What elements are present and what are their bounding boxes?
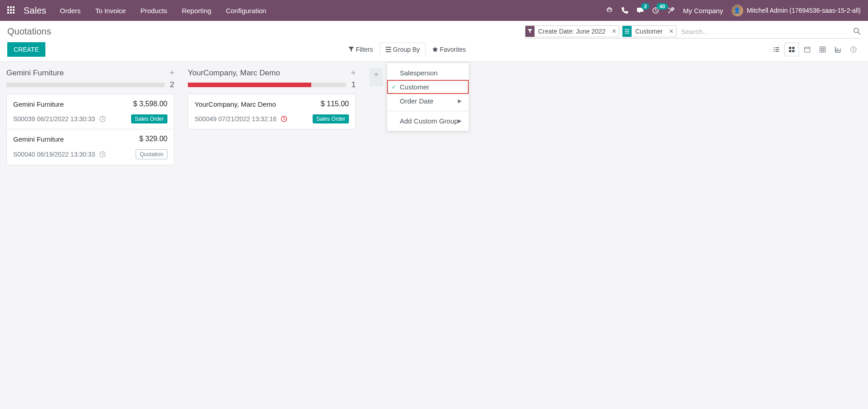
- status-badge: Sales Order: [313, 114, 349, 123]
- kanban-card[interactable]: Gemini Furniture $ 3,598.00 S00039 06/21…: [6, 94, 174, 129]
- groupby-button[interactable]: Group By: [380, 43, 426, 56]
- column-count: 2: [170, 80, 174, 89]
- search-icon[interactable]: [853, 28, 861, 35]
- graph-view-icon[interactable]: [831, 43, 845, 56]
- facet-label: Create Date: June 2022: [535, 26, 609, 36]
- kanban-view-icon[interactable]: [785, 43, 799, 56]
- column-title[interactable]: Gemini Furniture: [6, 69, 169, 78]
- column-progress-bar[interactable]: [6, 83, 165, 87]
- card-amount: $ 329.00: [139, 135, 167, 143]
- nav-products[interactable]: Products: [140, 7, 167, 15]
- create-button[interactable]: CREATE: [7, 42, 45, 57]
- groupby-dropdown: Salesperson ✓ Customer Order Date ▶ Add …: [387, 63, 469, 131]
- facet-label: Customer: [632, 26, 667, 36]
- card-amount: $ 115.00: [321, 100, 349, 108]
- app-brand[interactable]: Sales: [24, 5, 46, 16]
- groupby-icon: [623, 26, 632, 37]
- status-badge: Quotation: [136, 149, 167, 159]
- svg-rect-7: [820, 47, 825, 52]
- search-facet-filter[interactable]: Create Date: June 2022 ×: [525, 25, 619, 37]
- avatar: 👤: [731, 5, 743, 16]
- messages-badge: 2: [641, 3, 649, 10]
- svg-rect-3: [792, 47, 794, 49]
- groupby-salesperson[interactable]: Salesperson: [387, 66, 469, 80]
- nav-orders[interactable]: Orders: [60, 7, 81, 15]
- add-custom-group[interactable]: Add Custom Group ▶: [387, 114, 469, 128]
- divider: [387, 111, 469, 111]
- svg-rect-6: [804, 47, 810, 52]
- nav-reporting[interactable]: Reporting: [182, 7, 211, 15]
- user-menu[interactable]: 👤 Mitchell Admin (17694536-saas-15-2-all…: [731, 5, 861, 16]
- card-reference: S00049 07/21/2022 13:32:16: [195, 115, 277, 123]
- groupby-customer[interactable]: ✓ Customer: [387, 80, 469, 94]
- nav-configuration[interactable]: Configuration: [226, 7, 266, 15]
- tools-icon[interactable]: [667, 7, 675, 14]
- column-add-icon[interactable]: +: [169, 68, 174, 78]
- clock-icon[interactable]: [280, 115, 288, 123]
- activity-view-icon[interactable]: [846, 43, 861, 56]
- caret-right-icon: ▶: [458, 118, 461, 124]
- search-bar: Create Date: June 2022 × Customer ×: [525, 25, 861, 39]
- calendar-view-icon[interactable]: [800, 43, 814, 56]
- svg-rect-4: [789, 50, 791, 52]
- card-title: Gemini Furniture: [13, 135, 64, 143]
- card-reference: S00040 06/19/2022 13:30:33: [13, 151, 95, 158]
- column-add-icon[interactable]: +: [351, 68, 356, 78]
- filter-icon: [525, 26, 535, 37]
- phone-icon[interactable]: [621, 7, 628, 14]
- svg-point-1: [854, 28, 858, 33]
- groupby-order-date[interactable]: Order Date ▶: [387, 94, 469, 108]
- caret-right-icon: ▶: [458, 98, 461, 104]
- check-icon: ✓: [392, 84, 396, 90]
- activities-icon[interactable]: 40: [652, 7, 659, 14]
- card-title: YourCompany, Marc Demo: [195, 100, 276, 108]
- apps-icon[interactable]: [7, 6, 15, 15]
- facet-remove[interactable]: ×: [609, 27, 619, 35]
- add-column[interactable]: +: [369, 68, 383, 86]
- column-title[interactable]: YourCompany, Marc Demo: [188, 69, 351, 78]
- nav-to-invoice[interactable]: To Invoice: [95, 7, 126, 15]
- column-progress-bar[interactable]: [188, 83, 346, 87]
- status-badge: Sales Order: [131, 114, 167, 123]
- column-count: 1: [352, 80, 356, 89]
- activities-badge: 40: [657, 3, 667, 10]
- user-name: Mitchell Admin (17694536-saas-15-2-all): [747, 7, 861, 14]
- navbar: Sales Orders To Invoice Products Reporti…: [0, 0, 868, 21]
- kanban-card[interactable]: Gemini Furniture $ 329.00 S00040 06/19/2…: [6, 129, 174, 165]
- nav-menu: Orders To Invoice Products Reporting Con…: [60, 7, 266, 15]
- page-title: Quotations: [7, 26, 51, 37]
- svg-rect-5: [792, 50, 794, 52]
- search-facet-groupby[interactable]: Customer ×: [622, 25, 677, 37]
- pivot-view-icon[interactable]: [815, 43, 830, 56]
- search-toolbar: Filters Group By Favorites: [343, 43, 472, 56]
- company-selector[interactable]: My Company: [683, 7, 723, 15]
- filters-button[interactable]: Filters: [343, 43, 379, 56]
- card-reference: S00039 06/21/2022 13:30:33: [13, 115, 95, 123]
- plus-icon: +: [374, 70, 379, 79]
- svg-rect-2: [789, 47, 791, 49]
- card-amount: $ 3,598.00: [133, 100, 167, 108]
- facet-remove[interactable]: ×: [667, 27, 676, 35]
- kanban-card[interactable]: YourCompany, Marc Demo $ 115.00 S00049 0…: [188, 94, 356, 129]
- kanban-column: YourCompany, Marc Demo + 1 YourCompany, …: [188, 68, 356, 129]
- favorites-button[interactable]: Favorites: [427, 43, 472, 56]
- clock-icon[interactable]: [99, 115, 106, 123]
- search-input[interactable]: [679, 27, 853, 36]
- messages-icon[interactable]: 2: [637, 7, 644, 14]
- view-switcher: [769, 43, 861, 56]
- list-view-icon[interactable]: [769, 43, 784, 56]
- control-panel: Quotations Create Date: June 2022 × Cust…: [0, 21, 868, 62]
- card-title: Gemini Furniture: [13, 100, 64, 108]
- kanban-column: Gemini Furniture + 2 Gemini Furniture $ …: [6, 68, 174, 165]
- bug-icon[interactable]: [606, 7, 613, 14]
- clock-icon[interactable]: [99, 151, 106, 158]
